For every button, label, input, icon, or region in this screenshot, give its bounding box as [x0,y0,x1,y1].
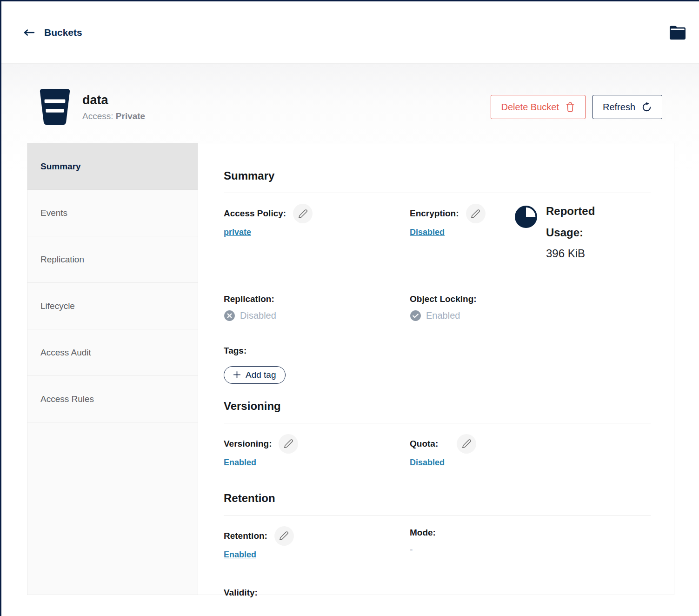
sidebar-item-label: Lifecycle [40,301,75,311]
replication-label: Replication: [224,294,274,304]
back-arrow-icon [24,29,35,36]
sidebar-item-label: Access Audit [40,348,91,358]
back-to-buckets-button[interactable]: Buckets [24,27,82,38]
sidebar-item-label: Access Rules [40,394,94,404]
encryption-value-link[interactable]: Disabled [410,228,445,237]
delete-bucket-button[interactable]: Delete Bucket [491,95,586,119]
encryption-label: Encryption: [410,208,459,219]
versioning-value-link[interactable]: Enabled [224,458,256,468]
mode-value: - [410,544,651,555]
edit-quota-icon[interactable] [457,434,476,454]
versioning-row: Versioning: Enabled Quota: [224,423,651,468]
access-value: Private [116,111,145,121]
tags-block: Tags: Add tag [224,346,651,384]
folder-icon [669,25,686,40]
edit-retention-icon[interactable] [274,526,294,546]
edit-versioning-icon[interactable] [279,434,298,454]
versioning-heading: Versioning [224,400,651,413]
quota-label: Quota: [410,439,438,449]
replication-status: Disabled [240,310,276,321]
bucket-icon [39,88,71,126]
topbar: Buckets [1,1,699,64]
bucket-name: data [82,93,145,108]
object-locking-label: Object Locking: [410,294,477,304]
check-circle-icon [410,310,421,321]
add-tag-label: Add tag [246,370,276,380]
edit-access-policy-icon[interactable] [293,204,313,223]
summary-heading: Summary [224,169,651,182]
reported-usage-block: Reported Usage: 396 KiB [514,193,651,264]
sidebar-item-label: Replication [40,254,84,265]
bucket-detail-panel: Summary Events Replication Lifecycle Acc… [27,143,674,595]
sidebar-item-access-rules[interactable]: Access Rules [27,376,198,422]
bucket-header: data Access: Private Delete Bucket [1,64,699,126]
versioning-field: Versioning: Enabled [224,423,410,468]
quota-field: Quota: Disabled [410,423,651,468]
summary-tab-content: Summary Access Policy: private [198,143,674,595]
page-body: data Access: Private Delete Bucket [1,64,699,604]
retention-label: Retention: [224,531,267,541]
delete-bucket-label: Delete Bucket [501,102,559,113]
back-label: Buckets [44,27,82,38]
versioning-label: Versioning: [224,439,272,449]
access-label: Access: [82,111,113,121]
replication-field: Replication: Disabled [224,284,410,321]
sidebar-item-label: Events [40,208,67,218]
refresh-button[interactable]: Refresh [592,95,662,119]
access-policy-field: Access Policy: private [224,193,410,264]
sidebar-item-summary[interactable]: Summary [27,143,198,190]
plus-icon [233,371,241,379]
retention-field: Retention: Enabled [224,516,410,560]
sidebar-item-replication[interactable]: Replication [27,236,198,283]
reported-usage-label: Reported Usage: [546,201,616,243]
mode-field: Mode: - [410,516,651,560]
object-locking-field: Object Locking: Enabled [410,284,651,321]
pie-chart-icon [514,205,538,228]
header-actions: Delete Bucket Refresh [491,95,662,119]
bucket-details-page: Buckets data Access: [1,1,699,604]
access-policy-label: Access Policy: [224,208,286,219]
sidebar-item-events[interactable]: Events [27,190,198,236]
x-circle-icon [224,310,235,321]
retention-value-link[interactable]: Enabled [224,550,256,560]
quota-value-link[interactable]: Disabled [410,458,445,468]
retention-heading: Retention [224,492,651,505]
bucket-access: Access: Private [82,111,145,121]
reported-usage-text: Reported Usage: 396 KiB [546,201,616,264]
encryption-field: Encryption: Disabled [410,193,514,264]
sidebar-item-lifecycle[interactable]: Lifecycle [27,283,198,329]
add-tag-button[interactable]: Add tag [224,366,286,384]
access-policy-value-link[interactable]: private [224,228,251,237]
tags-label: Tags: [224,346,651,356]
edit-encryption-icon[interactable] [466,204,486,223]
object-locking-status: Enabled [426,310,460,321]
summary-row-2: Replication: Disabled Object Locking: [224,284,651,321]
refresh-icon [641,102,652,113]
bucket-title-block: data Access: Private [82,93,145,121]
reported-usage-value: 396 KiB [546,243,616,264]
refresh-label: Refresh [603,102,635,113]
mode-label: Mode: [410,528,436,538]
trash-icon [565,101,575,113]
validity-label: Validity: [224,588,651,598]
sidebar-item-label: Summary [40,161,81,172]
retention-row: Retention: Enabled Mode: - [224,516,651,560]
summary-row-1: Access Policy: private Encryption: [224,193,651,264]
sidebar-item-access-audit[interactable]: Access Audit [27,329,198,376]
bucket-tabs-sidebar: Summary Events Replication Lifecycle Acc… [27,143,198,595]
